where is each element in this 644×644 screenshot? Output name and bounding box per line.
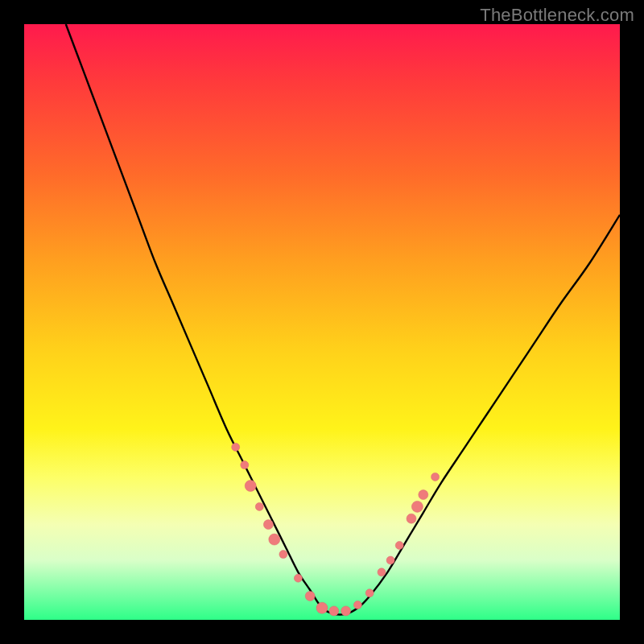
bottleneck-chart bbox=[24, 24, 620, 620]
curve-marker bbox=[395, 542, 403, 550]
curve-marker bbox=[365, 589, 374, 597]
curve-marker bbox=[378, 568, 386, 576]
curve-marker bbox=[294, 574, 302, 582]
curve-marker bbox=[419, 490, 428, 500]
curve-marker bbox=[353, 601, 361, 609]
curve-marker bbox=[255, 502, 263, 510]
curve-markers bbox=[232, 443, 440, 616]
curve-marker bbox=[269, 534, 280, 545]
curve-marker bbox=[329, 606, 339, 616]
curve-marker bbox=[386, 556, 394, 564]
curve-marker bbox=[241, 461, 249, 469]
bottleneck-curve bbox=[66, 24, 620, 615]
curve-marker bbox=[245, 481, 256, 492]
curve-marker bbox=[279, 551, 287, 559]
curve-marker bbox=[407, 514, 416, 523]
curve-marker bbox=[431, 473, 440, 481]
chart-frame bbox=[24, 24, 620, 620]
curve-marker bbox=[263, 520, 273, 530]
curve-marker bbox=[316, 602, 328, 613]
curve-marker bbox=[341, 606, 351, 616]
curve-marker bbox=[305, 591, 315, 601]
curve-marker bbox=[411, 501, 423, 512]
watermark-text: TheBottleneck.com bbox=[480, 5, 634, 26]
curve-marker bbox=[232, 443, 240, 451]
